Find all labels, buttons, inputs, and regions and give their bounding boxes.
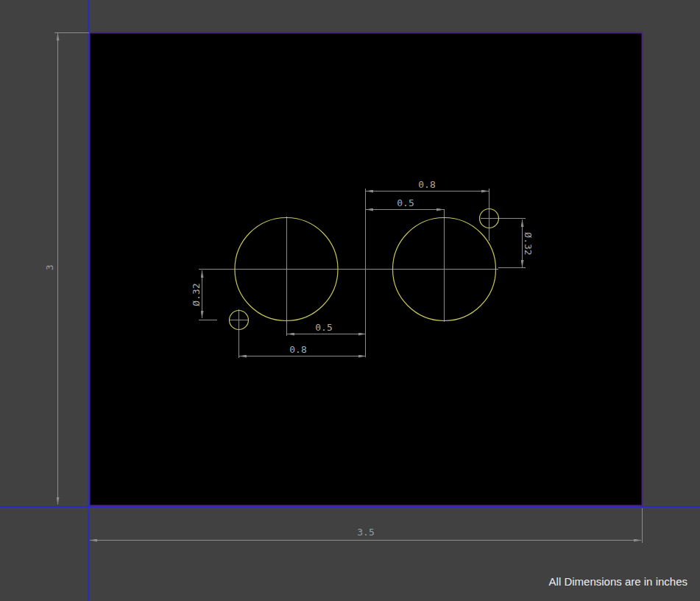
bottom-far-dim-text: 0.8: [289, 344, 306, 355]
cad-viewport: 3 3.5 0.8 0.5 Ø.32 Ø.32 0.5 0.8: [0, 0, 700, 601]
units-note: All Dimensions are in inches: [549, 575, 687, 588]
cad-drawing-canvas: 3 3.5 0.8 0.5 Ø.32 Ø.32 0.5 0.8: [0, 0, 700, 601]
width-dim-text: 3.5: [357, 527, 374, 538]
height-dim-text: 3: [44, 264, 55, 270]
right-hole-dia-text: Ø.32: [523, 232, 534, 255]
top-near-dim-text: 0.5: [397, 197, 414, 208]
left-hole-dia-text: Ø.32: [191, 283, 202, 306]
bottom-near-dim-text: 0.5: [315, 322, 332, 333]
top-far-dim-text: 0.8: [418, 179, 435, 190]
